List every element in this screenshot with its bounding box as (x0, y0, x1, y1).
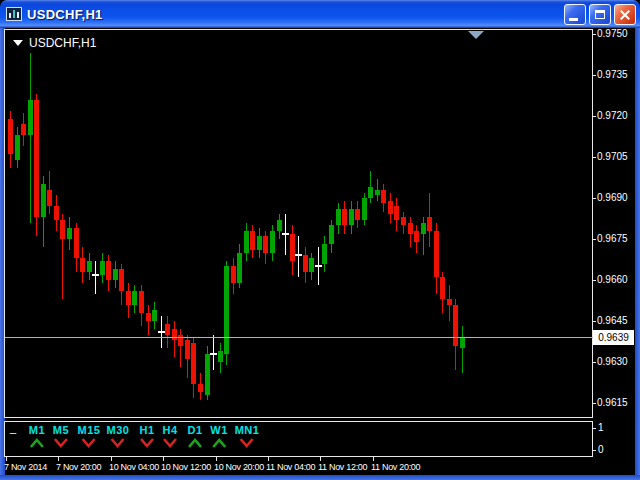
symbol-label[interactable]: USDCHF,H1 (13, 36, 96, 50)
window-title: USDCHF,H1 (27, 7, 103, 22)
timeframe-item-mn1: MN1 (235, 424, 260, 449)
price-tick (592, 403, 596, 404)
down-arrow-icon (139, 437, 155, 449)
timeframe-item-d1: D1 (187, 424, 203, 449)
time-tick (58, 457, 59, 461)
timeframe-label: M5 (53, 424, 69, 436)
window-border-right (635, 28, 640, 476)
up-arrow-icon (29, 437, 45, 449)
indicator-name-label: _ (10, 422, 16, 434)
current-price-line (5, 337, 593, 338)
price-axis-label: 0.9645 (597, 315, 628, 327)
price-tick (592, 362, 596, 363)
timeframe-label: H1 (139, 424, 154, 436)
price-tick (592, 75, 596, 76)
timeframe-item-h1: H1 (139, 424, 155, 449)
timeframe-label: D1 (187, 424, 202, 436)
window-border-bottom (0, 475, 640, 480)
restore-icon (595, 10, 605, 19)
title-bar[interactable]: USDCHF,H1 (0, 0, 640, 28)
time-axis-label: 11 Nov 12:00 (318, 462, 367, 472)
price-axis-label: 0.9735 (597, 69, 628, 81)
up-arrow-icon (211, 437, 227, 449)
window-controls (564, 4, 636, 25)
down-arrow-icon (239, 437, 255, 449)
timeframe-label: W1 (210, 424, 228, 436)
chart-shift-marker[interactable] (468, 31, 484, 39)
timeframe-item-m1: M1 (29, 424, 45, 449)
price-tick (592, 34, 596, 35)
price-axis-label: 0.9705 (597, 151, 628, 163)
time-axis-label: 10 Nov 12:00 (161, 462, 211, 472)
price-tick (592, 198, 596, 199)
price-tick (592, 321, 596, 322)
restore-button[interactable] (589, 4, 611, 25)
down-arrow-icon (162, 437, 178, 449)
up-arrow-icon (187, 437, 203, 449)
indicator-tick (592, 428, 596, 429)
current-price-tag: 0.9639 (593, 330, 634, 345)
time-tick (6, 457, 7, 461)
price-axis-label: 0.9750 (597, 28, 628, 40)
price-tick (592, 116, 596, 117)
time-tick (268, 457, 269, 461)
timeframe-item-m5: M5 (53, 424, 69, 449)
time-tick (320, 457, 321, 461)
time-axis-label: 7 Nov 20:00 (56, 462, 101, 472)
timeframe-item-m30: M30 (107, 424, 130, 449)
price-axis-label: 0.9675 (597, 233, 628, 245)
indicator-axis-label: 1 (598, 422, 604, 434)
time-axis-label: 11 Nov 04:00 (266, 462, 315, 472)
indicator-axis-label: 0 (598, 444, 604, 456)
time-axis-label: 10 Nov 04:00 (109, 462, 159, 472)
timeframe-label: MN1 (235, 424, 260, 436)
time-tick (216, 457, 217, 461)
down-arrow-icon (81, 437, 97, 449)
timeframe-label: H4 (162, 424, 177, 436)
time-tick (111, 457, 112, 461)
chart-window-icon (6, 6, 23, 22)
down-arrow-icon (53, 437, 69, 449)
timeframe-label: M1 (29, 424, 45, 436)
minimize-icon (569, 18, 578, 21)
time-tick (373, 457, 374, 461)
timeframe-item-h4: H4 (162, 424, 178, 449)
timeframe-label: M30 (107, 424, 130, 436)
price-axis-label: 0.9720 (597, 110, 628, 122)
price-tick (592, 239, 596, 240)
timeframe-item-m15: M15 (78, 424, 101, 449)
price-tick (592, 280, 596, 281)
chevron-down-icon (13, 40, 23, 46)
time-axis-label: 10 Nov 20:00 (214, 462, 264, 472)
time-axis-label: 11 Nov 20:00 (371, 462, 420, 472)
price-tick (592, 157, 596, 158)
price-axis-label: 0.9660 (597, 274, 628, 286)
indicator-tick (592, 450, 596, 451)
price-chart-pane[interactable] (4, 29, 593, 418)
time-tick (163, 457, 164, 461)
price-axis-label: 0.9630 (597, 356, 628, 368)
timeframe-label: M15 (78, 424, 101, 436)
timeframe-item-w1: W1 (210, 424, 228, 449)
close-button[interactable] (614, 4, 636, 25)
time-axis-label: 7 Nov 2014 (4, 462, 47, 472)
down-arrow-icon (110, 437, 126, 449)
chart-window: USDCHF,H1 USDCHF,H1 0.9639 0.97500.97350… (0, 0, 640, 480)
price-axis-label: 0.9690 (597, 192, 628, 204)
minimize-button[interactable] (564, 4, 586, 25)
price-axis-label: 0.9615 (597, 397, 628, 409)
